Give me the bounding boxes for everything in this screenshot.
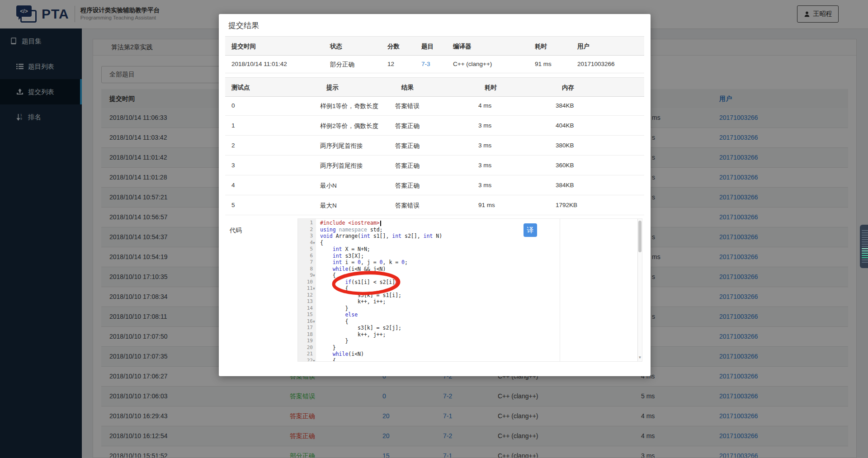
translate-button-label: 译 bbox=[527, 226, 534, 235]
app-root: </> PTA 程序设计类实验辅助教学平台 Programming Teachi… bbox=[0, 0, 868, 458]
code-line-11: 11▼ { bbox=[298, 285, 637, 292]
col-result: 结果 bbox=[401, 84, 414, 92]
fold-arrow-icon[interactable]: ▼ bbox=[313, 358, 318, 362]
code-line-8: 8 while(i<N && j<N) bbox=[298, 266, 637, 273]
text-cursor bbox=[380, 221, 381, 226]
tests-table-body: 0样例1等价，奇数长度答案错误4 ms384KB1样例2等价，偶数长度答案正确3… bbox=[225, 96, 644, 215]
hint-cell: 两序列首尾衔接 bbox=[320, 162, 363, 170]
line-number: 9 bbox=[298, 272, 313, 279]
line-number: 7 bbox=[298, 259, 313, 266]
edge-extension-widget[interactable] bbox=[860, 225, 868, 268]
memory-cell: 404KB bbox=[556, 122, 574, 129]
test-case-cell: 0 bbox=[231, 102, 235, 109]
memory-cell: 384KB bbox=[556, 182, 574, 189]
code-editor[interactable]: 1#include <iostream>2using namespace std… bbox=[297, 218, 642, 362]
line-number: 13 bbox=[298, 298, 313, 305]
scrollbar-down-arrow[interactable]: ▼ bbox=[638, 354, 642, 361]
editor-scrollbar-thumb[interactable] bbox=[638, 221, 642, 252]
code-label: 代码 bbox=[230, 227, 242, 235]
line-number: 5 bbox=[298, 246, 313, 253]
test-case-row: 5最大N答案错误91 ms1792KB bbox=[225, 195, 644, 215]
line-number: 19 bbox=[298, 338, 313, 345]
test-time-cell: 91 ms bbox=[478, 202, 495, 208]
code-line-14: 14 } bbox=[298, 305, 637, 312]
code-line-15: 15 else bbox=[298, 312, 637, 318]
code-line-20: 20 } bbox=[298, 345, 637, 351]
line-number: 15 bbox=[298, 312, 313, 318]
line-number: 12 bbox=[298, 292, 313, 299]
test-case-cell: 5 bbox=[231, 202, 235, 208]
result-cell: 答案正确 bbox=[395, 182, 420, 190]
result-cell: 答案正确 bbox=[395, 162, 420, 170]
line-number: 22 bbox=[298, 358, 313, 362]
code-line-19: 19 } bbox=[298, 338, 637, 345]
editor-scrollbar[interactable]: ▼ bbox=[637, 219, 642, 361]
line-number: 6 bbox=[298, 253, 313, 260]
code-line-4: 4▼{ bbox=[298, 240, 637, 246]
hint-cell: 样例1等价，奇数长度 bbox=[320, 102, 378, 110]
memory-cell: 360KB bbox=[556, 162, 574, 169]
test-time-cell: 3 ms bbox=[478, 182, 491, 189]
summary-row: 2018/10/14 11:01:42 部分正确 12 7-3 C++ (cla… bbox=[225, 55, 644, 73]
hint-cell: 样例2等价，偶数长度 bbox=[320, 122, 378, 130]
memory-cell: 384KB bbox=[556, 102, 574, 109]
line-number: 18 bbox=[298, 331, 313, 338]
code-line-5: 5 int X = N+N; bbox=[298, 246, 637, 253]
col-hint: 提示 bbox=[326, 84, 339, 92]
test-case-row: 3两序列首尾衔接答案正确3 ms360KB bbox=[225, 156, 644, 175]
code-line-9: 9▼ { bbox=[298, 272, 637, 279]
line-number: 2 bbox=[298, 227, 313, 233]
summary-score: 12 bbox=[387, 61, 394, 67]
test-case-cell: 2 bbox=[231, 142, 235, 149]
col-user: 用户 bbox=[577, 42, 590, 51]
hint-cell: 最小N bbox=[320, 182, 337, 190]
code-line-2: 2using namespace std; bbox=[298, 227, 637, 233]
fold-arrow-icon[interactable]: ▼ bbox=[313, 319, 318, 326]
summary-user: 20171003266 bbox=[577, 61, 615, 67]
line-number: 21 bbox=[298, 351, 313, 358]
code-line-1: 1#include <iostream> bbox=[298, 220, 637, 227]
summary-table-header: 提交时间 状态 分数 题目 编译器 耗时 用户 bbox=[225, 36, 644, 56]
test-case-row: 1样例2等价，偶数长度答案正确3 ms404KB bbox=[225, 116, 644, 136]
line-number: 16 bbox=[298, 318, 313, 325]
translate-button[interactable]: 译 bbox=[524, 223, 537, 237]
code-line-16: 16▼ { bbox=[298, 318, 637, 325]
line-number: 17 bbox=[298, 325, 313, 331]
col-time-used: 耗时 bbox=[535, 42, 547, 51]
summary-compiler: C++ (clang++) bbox=[453, 61, 492, 67]
col-problem: 题目 bbox=[421, 42, 434, 51]
summary-problem-link[interactable]: 7-3 bbox=[421, 61, 430, 67]
code-line-3: 3void Arrange(int s1[], int s2[], int N) bbox=[298, 233, 637, 240]
test-case-row: 2两序列尾首衔接答案正确3 ms380KB bbox=[225, 136, 644, 156]
summary-time: 2018/10/14 11:01:42 bbox=[231, 61, 287, 67]
test-time-cell: 3 ms bbox=[478, 142, 491, 149]
fold-arrow-icon[interactable]: ▼ bbox=[313, 273, 318, 279]
code-line-12: 12 s3[k] = s1[i]; bbox=[298, 292, 637, 299]
line-number: 8 bbox=[298, 266, 313, 273]
submission-result-modal: 提交结果 提交时间 状态 分数 题目 编译器 耗时 用户 2018/10/14 … bbox=[219, 14, 651, 376]
fold-arrow-icon[interactable]: ▼ bbox=[313, 286, 318, 293]
result-cell: 答案错误 bbox=[395, 102, 420, 110]
code-line-21: 21 while(i<N) bbox=[298, 351, 637, 358]
code-line-22: 22▼ { bbox=[298, 358, 637, 362]
test-time-cell: 3 ms bbox=[478, 162, 491, 169]
test-case-cell: 4 bbox=[231, 182, 235, 189]
col-test-time: 耗时 bbox=[485, 84, 497, 92]
result-cell: 答案错误 bbox=[395, 202, 420, 210]
test-case-row: 4最小N答案正确3 ms384KB bbox=[225, 175, 644, 195]
fold-arrow-icon[interactable]: ▼ bbox=[313, 240, 318, 247]
line-number: 20 bbox=[298, 345, 313, 351]
modal-title: 提交结果 bbox=[228, 20, 259, 31]
code-line-6: 6 int s3[X]; bbox=[298, 253, 637, 260]
line-number: 10 bbox=[298, 279, 313, 286]
line-number: 4 bbox=[298, 240, 313, 246]
col-test-case: 测试点 bbox=[231, 84, 250, 92]
code-line-18: 18 k++, j++; bbox=[298, 331, 637, 338]
col-submit-time: 提交时间 bbox=[231, 42, 256, 51]
line-number: 1 bbox=[298, 220, 313, 227]
code-line-7: 7 int i = 0, j = 0, k = 0; bbox=[298, 259, 637, 266]
code-line-17: 17 s3[k] = s2[j]; bbox=[298, 325, 637, 331]
line-number: 11 bbox=[298, 285, 313, 292]
memory-cell: 1792KB bbox=[556, 202, 577, 208]
col-compiler: 编译器 bbox=[453, 42, 472, 51]
